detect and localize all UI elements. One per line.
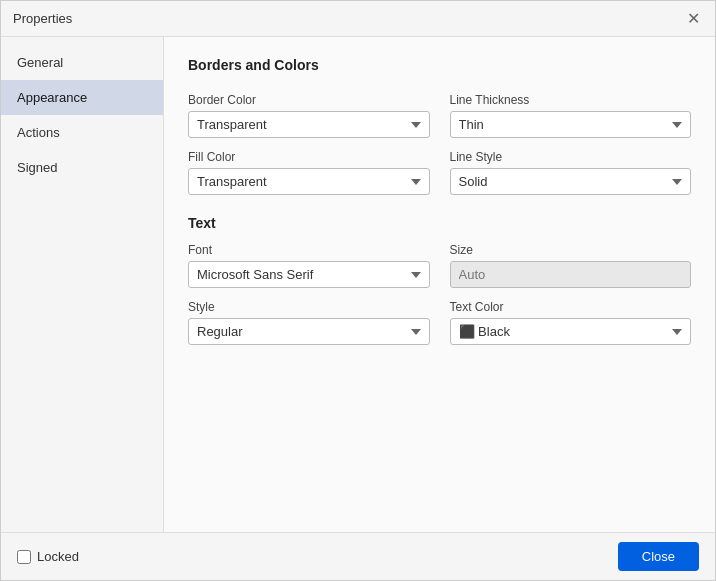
font-label: Font	[188, 243, 430, 257]
row-fill-style: Fill Color Transparent Black White Line …	[188, 150, 691, 195]
titlebar: Properties ✕	[1, 1, 715, 37]
row-style-color: Style Regular Bold Italic Bold Italic Te…	[188, 300, 691, 345]
sidebar-item-appearance[interactable]: Appearance	[1, 80, 163, 115]
size-input[interactable]	[450, 261, 692, 288]
text-section: Font Microsoft Sans Serif Arial Times Ne…	[188, 243, 691, 345]
locked-text: Locked	[37, 549, 79, 564]
row-font-size: Font Microsoft Sans Serif Arial Times Ne…	[188, 243, 691, 288]
line-thickness-label: Line Thickness	[450, 93, 692, 107]
text-section-title: Text	[188, 215, 691, 231]
sidebar-item-general[interactable]: General	[1, 45, 163, 80]
sidebar: General Appearance Actions Signed	[1, 37, 164, 532]
line-style-group: Line Style Solid Dashed Dotted	[450, 150, 692, 195]
fill-color-group: Fill Color Transparent Black White	[188, 150, 430, 195]
row-border-line: Border Color Transparent Black White Lin…	[188, 93, 691, 138]
line-style-select[interactable]: Solid Dashed Dotted	[450, 168, 692, 195]
locked-label[interactable]: Locked	[17, 549, 79, 564]
style-label: Style	[188, 300, 430, 314]
style-select[interactable]: Regular Bold Italic Bold Italic	[188, 318, 430, 345]
borders-colors-section: Border Color Transparent Black White Lin…	[188, 93, 691, 195]
line-style-label: Line Style	[450, 150, 692, 164]
fill-color-label: Fill Color	[188, 150, 430, 164]
dialog-title: Properties	[13, 11, 72, 26]
text-color-select[interactable]: ⬛ Black ⬜ White 🟥 Red 🟦 Blue	[450, 318, 692, 345]
close-icon[interactable]: ✕	[683, 9, 703, 29]
size-group: Size	[450, 243, 692, 288]
size-label: Size	[450, 243, 692, 257]
text-color-group: Text Color ⬛ Black ⬜ White 🟥 Red 🟦 Blue	[450, 300, 692, 345]
style-group: Style Regular Bold Italic Bold Italic	[188, 300, 430, 345]
line-thickness-group: Line Thickness Thin Medium Thick	[450, 93, 692, 138]
sidebar-item-signed[interactable]: Signed	[1, 150, 163, 185]
text-color-label: Text Color	[450, 300, 692, 314]
close-button[interactable]: Close	[618, 542, 699, 571]
sidebar-item-actions[interactable]: Actions	[1, 115, 163, 150]
locked-checkbox[interactable]	[17, 550, 31, 564]
font-group: Font Microsoft Sans Serif Arial Times Ne…	[188, 243, 430, 288]
border-color-select[interactable]: Transparent Black White	[188, 111, 430, 138]
dialog-footer: Locked Close	[1, 532, 715, 580]
border-color-label: Border Color	[188, 93, 430, 107]
properties-dialog: Properties ✕ General Appearance Actions …	[0, 0, 716, 581]
line-thickness-select[interactable]: Thin Medium Thick	[450, 111, 692, 138]
font-select[interactable]: Microsoft Sans Serif Arial Times New Rom…	[188, 261, 430, 288]
fill-color-select[interactable]: Transparent Black White	[188, 168, 430, 195]
border-color-group: Border Color Transparent Black White	[188, 93, 430, 138]
main-panel: Borders and Colors Border Color Transpar…	[164, 37, 715, 532]
section-title: Borders and Colors	[188, 57, 691, 77]
dialog-content: General Appearance Actions Signed Border…	[1, 37, 715, 532]
